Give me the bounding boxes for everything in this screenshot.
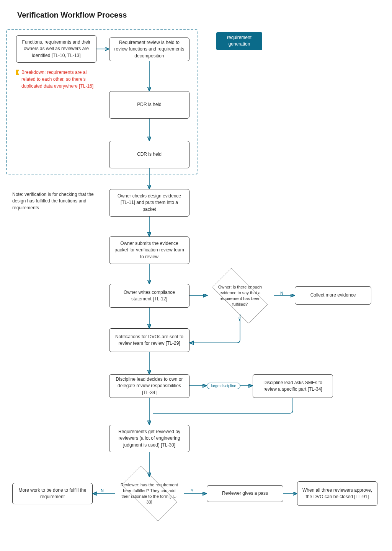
note-verification: Note: verification is for checking that … <box>12 191 104 211</box>
decision-text: Owner: is there enough evidence to say t… <box>204 284 276 307</box>
node-owner-checks-evidence: Owner checks design evidence [TL-11] and… <box>109 189 189 217</box>
pill-large-discipline: large discipline <box>207 383 240 389</box>
node-dvo-closed: When all three reviewers approve, the DV… <box>297 481 377 506</box>
decision-requirement-fulfilled: Reviewer: has the requirement been fulfi… <box>113 474 186 513</box>
label-n-1: N <box>280 291 283 295</box>
label-y-2: Y <box>191 488 193 493</box>
node-identify-functions: Functions, requirements and their owners… <box>16 35 96 63</box>
node-requirement-review: Requirement review is held to review fun… <box>109 37 189 61</box>
page-title: Verification Workflow Process <box>17 11 127 20</box>
node-sme-review: Discipline lead asks SMEs to review a sp… <box>253 374 333 398</box>
note-breakdown: Breakdown: requirements are all related … <box>16 69 100 90</box>
node-reviewer-pass: Reviewer gives a pass <box>207 485 283 502</box>
breakdown-text: Breakdown: requirements are all related … <box>21 69 100 90</box>
node-owner-compliance: Owner writes compliance statement [TL-12… <box>109 284 189 308</box>
node-collect-more: Collect more evidence <box>295 286 371 305</box>
node-more-work: More work to be done to fulfill the requ… <box>12 483 93 504</box>
label-n-2: N <box>101 488 104 493</box>
node-discipline-lead: Discipline lead decides to own or delega… <box>109 374 189 398</box>
node-pdr: PDR is held <box>109 91 189 119</box>
node-cdr: CDR is held <box>109 141 189 168</box>
node-owner-submits: Owner submits the evidence packet for ve… <box>109 236 189 264</box>
node-notifications: Notifications for DVOs are sent to revie… <box>109 328 189 352</box>
node-requirements-reviewed: Requirements get reviewed by reviewers (… <box>109 425 189 452</box>
decision-enough-evidence: Owner: is there enough evidence to say t… <box>204 277 276 315</box>
flag-icon <box>16 70 19 75</box>
tag-requirement-generation: requirement generation <box>216 32 262 50</box>
label-y-1: Y <box>238 317 241 321</box>
decision-text-2: Reviewer: has the requirement been fulfi… <box>113 482 186 505</box>
